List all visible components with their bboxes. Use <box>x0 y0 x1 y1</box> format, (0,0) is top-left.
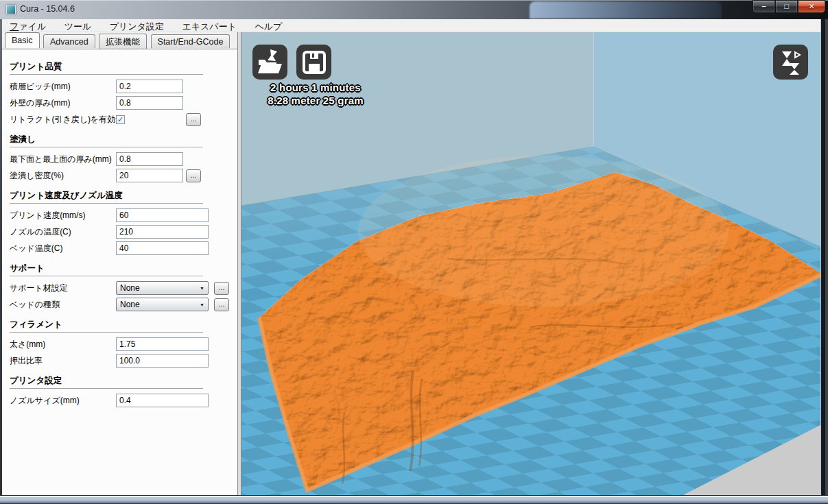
bed-temperature-input[interactable] <box>116 241 209 255</box>
setting-label: 押出比率 <box>10 355 116 367</box>
app-icon <box>6 5 16 14</box>
support-type-select[interactable]: None ▼ <box>116 281 209 295</box>
setting-row-print-temperature: ノズルの温度(C) <box>10 224 232 240</box>
setting-label: リトラクト(引き戻し)を有効化 <box>10 114 116 125</box>
setting-row-wall-thickness: 外壁の厚み(mm) <box>10 95 232 111</box>
menu-file[interactable]: ファイル <box>2 19 54 32</box>
setting-row-flow: 押出比率 <box>10 352 232 369</box>
terrain-highlight <box>358 156 729 307</box>
adhesion-ellipsis-button[interactable]: ... <box>214 298 229 311</box>
flow-input[interactable] <box>116 354 209 368</box>
maximize-icon: □ <box>784 2 789 10</box>
section-speed-temperature: プリント速度及びノズル温度 <box>10 190 203 204</box>
view-mode-icon <box>773 45 808 80</box>
setting-label: サポート材設定 <box>10 283 116 294</box>
close-button[interactable]: ✕ <box>798 0 825 13</box>
tab-advanced[interactable]: Advanced <box>43 34 95 48</box>
save-toolpath-button[interactable] <box>296 45 331 80</box>
settings-sidebar: Basic Advanced 拡張機能 Start/End-GCode プリント… <box>2 32 238 495</box>
setting-row-print-speed: プリント速度(mm/s) <box>10 207 232 224</box>
caption-buttons: – □ ✕ <box>753 0 825 13</box>
setting-label: 最下面と最上面の厚み(mm) <box>10 154 116 165</box>
open-file-icon <box>252 45 287 80</box>
view-mode-button[interactable] <box>773 45 808 80</box>
settings-tabs: Basic Advanced 拡張機能 Start/End-GCode <box>2 32 237 49</box>
tab-basic[interactable]: Basic <box>5 32 40 48</box>
close-icon: ✕ <box>808 2 814 10</box>
setting-row-nozzle-size: ノズルサイズ(mm) <box>10 392 232 409</box>
menu-expert[interactable]: エキスパート <box>174 19 244 32</box>
section-support: サポート <box>10 263 203 276</box>
setting-row-layer-height: 積層ピッチ(mm) <box>10 78 232 95</box>
glass-reflection <box>530 1 722 19</box>
nozzle-size-input[interactable] <box>116 394 209 407</box>
load-model-button[interactable] <box>252 45 287 80</box>
maximize-button[interactable]: □ <box>775 0 798 13</box>
section-fill: 塗潰し <box>10 134 203 147</box>
print-temperature-input[interactable] <box>116 225 209 239</box>
setting-label: ノズルの温度(C) <box>10 226 116 238</box>
setting-label: 塗潰し密度(%) <box>10 170 116 182</box>
print-time: 2 hours 1 minutes <box>247 81 384 94</box>
setting-row-fill-density: 塗潰し密度(%) ... <box>10 167 232 184</box>
setting-label: ベッドの種類 <box>10 299 116 311</box>
filament-diameter-input[interactable] <box>116 337 209 351</box>
menu-tools[interactable]: ツール <box>57 19 99 32</box>
retraction-checkbox[interactable]: ✓ <box>116 115 125 124</box>
minimize-icon: – <box>761 2 766 10</box>
window-frame-right[interactable] <box>820 19 828 495</box>
setting-label: プリント速度(mm/s) <box>10 210 116 221</box>
setting-label: 積層ピッチ(mm) <box>10 81 116 93</box>
bottom-top-thickness-input[interactable] <box>116 152 183 166</box>
window-title: Cura - 15.04.6 <box>20 4 75 14</box>
save-icon <box>296 45 331 80</box>
chevron-down-icon: ▼ <box>200 302 204 307</box>
minimize-button[interactable]: – <box>753 0 775 13</box>
setting-label: 太さ(mm) <box>10 339 116 350</box>
platform-adhesion-select[interactable]: None ▼ <box>116 298 209 311</box>
setting-row-bottom-top-thickness: 最下面と最上面の厚み(mm) <box>10 151 232 167</box>
setting-label: ノズルサイズ(mm) <box>10 395 116 407</box>
menu-help[interactable]: ヘルプ <box>247 19 289 32</box>
3d-viewport[interactable]: 2 hours 1 minutes 8.28 meter 25 gram <box>241 32 820 495</box>
cura-window: Cura - 15.04.6 – □ ✕ ファイル ツール プリンタ設定 エキス… <box>0 0 828 504</box>
fill-density-ellipsis-button[interactable]: ... <box>186 169 201 182</box>
setting-row-support-type: サポート材設定 None ▼ ... <box>10 280 232 296</box>
combo-value: None <box>120 300 200 309</box>
menu-machine-settings[interactable]: プリンタ設定 <box>102 19 171 32</box>
check-icon: ✓ <box>117 115 123 124</box>
setting-row-bed-temperature: ベッド温度(C) <box>10 240 232 256</box>
tab-start-end-gcode[interactable]: Start/End-GCode <box>151 34 230 48</box>
print-stats: 2 hours 1 minutes 8.28 meter 25 gram <box>247 81 384 107</box>
setting-label: ベッド温度(C) <box>10 243 116 254</box>
retraction-ellipsis-button[interactable]: ... <box>186 113 201 126</box>
print-speed-input[interactable] <box>116 208 209 222</box>
tab-plugins[interactable]: 拡張機能 <box>99 34 147 49</box>
layer-height-input[interactable] <box>116 80 183 93</box>
setting-row-filament-diameter: 太さ(mm) <box>10 336 232 352</box>
window-frame-bottom[interactable] <box>0 495 828 504</box>
setting-label: 外壁の厚み(mm) <box>10 97 116 109</box>
support-ellipsis-button[interactable]: ... <box>214 282 229 295</box>
material-usage: 8.28 meter 25 gram <box>247 94 384 107</box>
basic-settings-page: プリント品質 積層ピッチ(mm) 外壁の厚み(mm) リトラクト(引き戻し)を有… <box>2 49 237 495</box>
title-bar[interactable]: Cura - 15.04.6 – □ ✕ <box>0 0 828 19</box>
section-filament: フィラメント <box>10 319 203 333</box>
section-print-quality: プリント品質 <box>10 61 203 75</box>
setting-row-platform-adhesion: ベッドの種類 None ▼ ... <box>10 296 232 313</box>
wall-thickness-input[interactable] <box>116 96 183 110</box>
section-machine: プリンタ設定 <box>10 375 203 389</box>
fill-density-input[interactable] <box>116 169 183 182</box>
menu-bar: ファイル ツール プリンタ設定 エキスパート ヘルプ <box>2 19 820 32</box>
setting-row-retraction: リトラクト(引き戻し)を有効化 ✓ ... <box>10 111 232 128</box>
chevron-down-icon: ▼ <box>200 286 204 291</box>
combo-value: None <box>120 283 200 293</box>
